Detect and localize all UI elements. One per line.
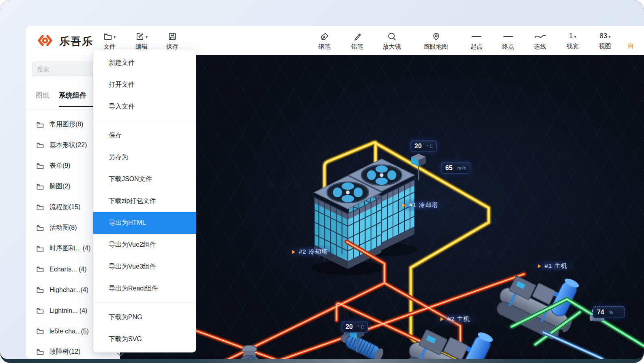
bottom-strip: [0, 359, 644, 363]
menu-item-download-zip[interactable]: 下载zip打包文件: [93, 190, 196, 212]
caret-down-icon: [607, 32, 611, 40]
temperature-badge-bottom[interactable]: 20 ° C: [341, 321, 368, 333]
tool-minimap[interactable]: 鹰眼地图: [419, 31, 453, 51]
auto-save-label[interactable]: 自: [628, 42, 634, 50]
folder-icon: [103, 32, 112, 41]
tool-line-start-label: 起点: [459, 43, 494, 51]
curve-icon: [534, 32, 546, 41]
page-inner: 乐吾乐 文件 编辑 保存 钢笔: [0, 0, 644, 359]
tool-pen[interactable]: 钢笔: [307, 31, 341, 51]
caret-down-icon: [112, 33, 116, 40]
tool-line-end-label: 终点: [491, 43, 525, 51]
line-end-icon: [503, 36, 513, 37]
folder-icon: [36, 246, 44, 252]
menu-divider: [93, 303, 196, 303]
menubar-save[interactable]: 保存: [160, 31, 185, 51]
tool-line-end[interactable]: 终点: [491, 31, 525, 51]
le5le-logo-icon: [36, 32, 54, 50]
active-tab-underline: [59, 106, 94, 107]
triangle-icon: [402, 203, 406, 207]
folder-icon: [36, 225, 44, 231]
label-chiller-2[interactable]: #2 主机: [435, 313, 476, 325]
caret-down-icon: [144, 33, 148, 40]
percent-badge[interactable]: 74 %: [593, 306, 625, 318]
menu-item-download-json[interactable]: 下载JSON文件: [93, 168, 196, 190]
menu-item-save-as[interactable]: 另存为: [93, 146, 196, 168]
menu-divider: [93, 121, 196, 121]
menu-item-export-html[interactable]: 导出为HTML: [93, 212, 196, 234]
tab-drawings[interactable]: 图纸: [36, 91, 49, 100]
temperature-badge-top[interactable]: 20 ° C: [410, 140, 437, 152]
map-pin-icon: [431, 32, 441, 41]
tool-magnifier-label: 放大镜: [375, 43, 409, 51]
tab-system-components[interactable]: 系统组件: [59, 91, 86, 100]
folder-icon: [36, 142, 44, 149]
folder-icon: [36, 204, 44, 211]
folder-icon: [36, 163, 44, 169]
tool-view-label: 视图: [588, 43, 622, 50]
tool-pen-label: 钢笔: [307, 43, 341, 51]
folder-icon: [36, 328, 44, 335]
menu-item-export-vue3[interactable]: 导出为Vue3组件: [93, 256, 196, 278]
line-start-icon: [472, 36, 481, 37]
label-cooling-tower-2[interactable]: #2 冷却塔: [286, 246, 334, 258]
caret-down-icon: [573, 32, 576, 40]
triangle-icon: [538, 264, 541, 268]
magnifier-icon: [387, 32, 397, 42]
menu-item-save[interactable]: 保存: [93, 124, 196, 146]
menu-item-import-file[interactable]: 导入文件: [93, 96, 196, 117]
pencil-icon: [353, 32, 362, 41]
isometric-scene: 乐吾乐 乐吾乐 乐吾乐: [120, 55, 644, 359]
triangle-icon: [440, 317, 444, 321]
tool-pencil[interactable]: 铅笔: [340, 31, 374, 51]
tool-connector[interactable]: 连线: [523, 31, 557, 51]
tool-minimap-label: 鹰眼地图: [419, 43, 453, 51]
chevron-down-icon[interactable]: [116, 352, 125, 359]
menubar-file[interactable]: 文件: [97, 31, 122, 51]
brand[interactable]: 乐吾乐: [36, 32, 93, 50]
menu-item-export-vue2[interactable]: 导出为Vue2组件: [93, 234, 196, 256]
menu-item-new-file[interactable]: 新建文件: [93, 52, 196, 74]
menu-item-download-png[interactable]: 下载为PNG: [93, 306, 196, 328]
folder-icon: [36, 266, 44, 273]
tool-line-width-label: 线宽: [556, 43, 590, 50]
tool-pencil-label: 铅笔: [340, 43, 374, 51]
watermark: 乐吾乐: [469, 248, 509, 260]
menubar-edit[interactable]: 编辑: [129, 31, 154, 51]
file-menu: 新建文件 打开文件 导入文件 保存 另存为 下载JSON文件 下载zip打包文件…: [93, 49, 196, 352]
label-cooling-tower-1[interactable]: #1 冷却塔: [397, 199, 444, 211]
canvas[interactable]: 乐吾乐 乐吾乐 乐吾乐: [120, 55, 644, 359]
folder-icon: [36, 184, 44, 190]
folder-icon: [36, 307, 44, 314]
folder-icon: [36, 287, 44, 293]
page: 乐吾乐 文件 编辑 保存 钢笔: [0, 0, 644, 363]
edit-icon: [135, 32, 144, 41]
label-chiller-1[interactable]: #1 主机: [532, 260, 573, 272]
triangle-icon: [292, 250, 295, 254]
tool-magnifier[interactable]: 放大镜: [375, 31, 409, 51]
menu-item-download-svg[interactable]: 下载为SVG: [93, 328, 196, 350]
folder-icon: [36, 349, 44, 355]
blue-pipes: [543, 332, 604, 359]
menu-item-export-react[interactable]: 导出为React组件: [93, 278, 196, 299]
pen-nib-icon: [320, 32, 329, 41]
tool-connector-label: 连线: [523, 43, 557, 51]
save-icon: [168, 32, 177, 41]
brand-name: 乐吾乐: [59, 34, 93, 49]
tool-view[interactable]: 83 视图: [588, 31, 622, 50]
folder-icon: [36, 122, 44, 128]
flow-badge[interactable]: 65 m³/h: [441, 162, 470, 174]
tool-line-start[interactable]: 起点: [459, 31, 494, 51]
menu-item-open-file[interactable]: 打开文件: [93, 74, 196, 96]
tool-line-width[interactable]: 1 线宽: [556, 31, 590, 50]
watermark: 乐吾乐: [266, 179, 306, 191]
